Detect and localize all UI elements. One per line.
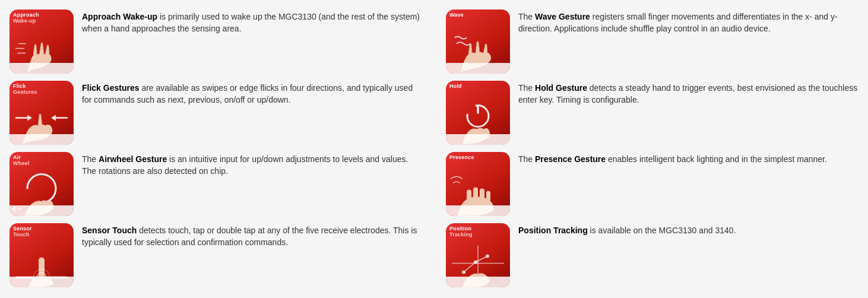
icon-bottom-bar [9, 63, 74, 74]
flick-title: Flick Gestures [82, 83, 140, 93]
svg-rect-15 [480, 189, 484, 201]
icon-bottom-bar [9, 134, 74, 145]
icon-bottom-bar [9, 205, 74, 216]
icon-label: Presence [449, 155, 474, 161]
wave-icon: Wave [446, 9, 510, 74]
svg-rect-16 [486, 191, 490, 202]
list-item: FlickGestures Flick Gestures are availab… [9, 81, 422, 145]
svg-marker-5 [27, 115, 32, 121]
presence-title: Presence Gesture [535, 154, 606, 164]
airwheel-title: Airwheel Gesture [99, 154, 167, 164]
hold-text: The Hold Gesture detects a steady hand t… [518, 81, 859, 106]
presence-text: The Presence Gesture enables intelligent… [518, 152, 859, 165]
list-item: SensorTouch Sensor Touch detects touch, … [9, 223, 422, 287]
icon-label: PositionTracking [449, 226, 473, 238]
approach-wakeup-text: Approach Wake-up is primarily used to wa… [82, 9, 422, 35]
airwheel-icon: AirWheel [9, 152, 74, 216]
position-tracking-title: Position Tracking [518, 226, 588, 235]
list-item: ApproachWake-up Approach Wake-up is prim… [9, 9, 422, 74]
position-tracking-icon: PositionTracking [446, 223, 510, 287]
sensor-touch-title: Sensor Touch [82, 226, 137, 235]
icon-bottom-bar [446, 205, 510, 216]
hold-icon: Hold [446, 81, 510, 145]
svg-rect-13 [467, 190, 471, 202]
icon-label: Hold [449, 84, 462, 90]
flick-text: Flick Gestures are available as swipes o… [82, 81, 422, 106]
wave-title: Wave Gesture [535, 12, 590, 21]
icon-label: FlickGestures [13, 84, 37, 96]
icon-bottom-bar [9, 277, 74, 287]
list-item: Wave The Wave Gesture registers small fi… [446, 9, 859, 74]
list-item: Hold The Hold Gesture detects a steady h… [446, 81, 859, 145]
icon-bottom-bar [446, 63, 510, 74]
sensor-touch-text: Sensor Touch detects touch, tap or doubl… [82, 223, 422, 249]
icon-label: ApproachWake-up [13, 12, 39, 24]
wave-text: The Wave Gesture registers small finger … [518, 9, 859, 35]
list-item: AirWheel The Airwheel Gesture is an intu… [9, 152, 422, 216]
svg-marker-7 [51, 115, 56, 121]
sensor-touch-icon: SensorTouch [9, 223, 74, 287]
icon-bottom-bar [446, 277, 510, 287]
svg-rect-18 [39, 258, 45, 278]
position-tracking-text: Position Tracking is available on the MG… [518, 223, 859, 236]
approach-wakeup-icon: ApproachWake-up [9, 9, 74, 74]
approach-wakeup-title: Approach Wake-up [82, 12, 157, 21]
svg-rect-14 [473, 188, 478, 201]
presence-desc: enables intelligent back lighting and in… [606, 154, 827, 164]
flick-icon: FlickGestures [9, 81, 74, 145]
features-grid: ApproachWake-up Approach Wake-up is prim… [9, 9, 859, 287]
icon-label: SensorTouch [13, 226, 32, 238]
icon-label: Wave [449, 12, 464, 18]
position-tracking-desc: is available on the MGC3130 and 3140. [588, 226, 736, 235]
icon-label: AirWheel [13, 155, 30, 167]
list-item: Presence The Presence Gesture enables in… [446, 152, 859, 216]
list-item: PositionTracking Position Tracking is av… [446, 223, 859, 287]
hold-title: Hold Gesture [535, 83, 587, 93]
presence-icon: Presence [446, 152, 510, 216]
airwheel-text: The Airwheel Gesture is an intuitive inp… [82, 152, 422, 177]
icon-bottom-bar [446, 134, 510, 145]
